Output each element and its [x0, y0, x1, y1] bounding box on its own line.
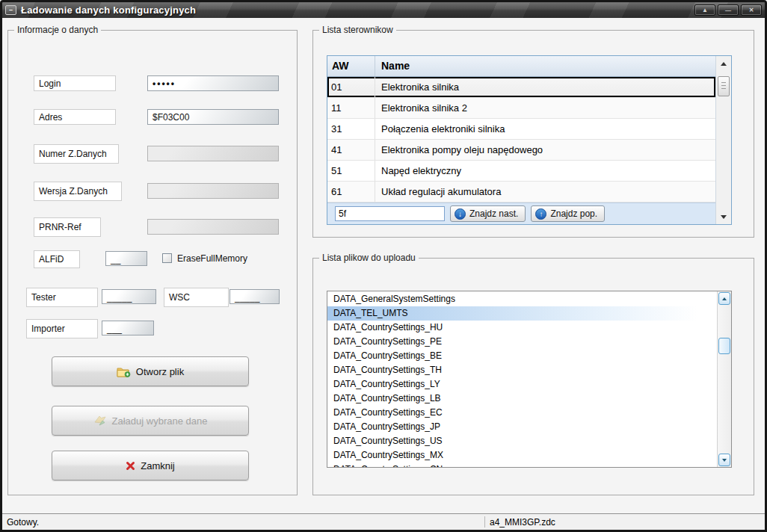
- client-area: Informacje o danych Login ••••• Adres $F…: [2, 18, 765, 530]
- arrow-up-circle-icon: ↑: [535, 208, 546, 220]
- open-folder-icon: [117, 366, 131, 377]
- status-separator: [484, 516, 485, 528]
- app-window: – Ładowanie danych konfiguracyjnych ▲ — …: [0, 0, 767, 532]
- table-cell-aw: 01: [327, 77, 375, 97]
- minimize-button[interactable]: —: [718, 4, 739, 16]
- table-row[interactable]: 41 Elektronika pompy oleju napędowego: [327, 140, 715, 161]
- find-next-button-label: Znajdz nast.: [469, 208, 518, 219]
- load-data-icon: [93, 415, 107, 427]
- alfid-label: ALFiD: [34, 250, 80, 268]
- tester-label: Tester: [26, 288, 98, 307]
- list-item[interactable]: DATA_TEL_UMTS: [327, 306, 717, 321]
- scrollbar-thumb[interactable]: [718, 338, 730, 354]
- alfid-field[interactable]: __: [105, 251, 147, 266]
- table-cell-aw: 61: [327, 182, 375, 202]
- table-row[interactable]: 01 Elektronika silnika: [327, 77, 715, 98]
- system-menu-icon[interactable]: –: [5, 5, 16, 15]
- wersja-zdanych-label: Wersja Z.Danych: [34, 182, 122, 201]
- maximize-button[interactable]: ▲: [694, 4, 715, 16]
- prnr-ref-field: [147, 219, 279, 235]
- upload-files-listbox: DATA_GeneralSystemSettings DATA_TEL_UMTS…: [327, 291, 732, 468]
- login-field[interactable]: •••••: [147, 75, 279, 91]
- window-title: Ładowanie danych konfiguracyjnych: [21, 4, 196, 16]
- load-selected-button: Załaduj wybrane dane: [52, 406, 249, 436]
- controllers-table-body: 01 Elektronika silnika 11 Elektronika si…: [327, 77, 715, 202]
- tester-field[interactable]: _____: [102, 289, 156, 304]
- open-file-button[interactable]: Otworz plik: [52, 356, 249, 386]
- list-item[interactable]: DATA_CountrySettings_TH: [327, 363, 717, 377]
- table-row[interactable]: 11 Elektronika silnika 2: [327, 98, 715, 119]
- find-next-button[interactable]: ↓ Znajdz nast.: [450, 205, 526, 222]
- controllers-table-header: AW Name: [327, 56, 715, 77]
- table-cell-name: Elektronika pompy oleju napędowego: [375, 140, 715, 160]
- list-item[interactable]: DATA_CountrySettings_PE: [327, 335, 717, 349]
- find-prev-button-label: Znajdz pop.: [550, 208, 597, 219]
- numer-zdanych-field: [147, 146, 279, 161]
- adres-label: Adres: [34, 109, 116, 125]
- close-window-button[interactable]: ✕: [741, 4, 762, 16]
- table-row[interactable]: 51 Napęd elektryczny: [327, 161, 715, 182]
- table-cell-aw: 11: [327, 98, 375, 118]
- list-item[interactable]: DATA_CountrySettings_HU: [327, 321, 717, 335]
- adres-field[interactable]: $F03C00: [147, 109, 279, 125]
- table-row[interactable]: 61 Układ regulacji akumulatora: [327, 182, 715, 202]
- close-x-icon: [126, 461, 135, 471]
- scroll-down-button[interactable]: [716, 211, 731, 223]
- list-item[interactable]: DATA_CountrySettings_CN: [327, 463, 717, 467]
- files-scrollbar[interactable]: [717, 291, 731, 467]
- load-selected-button-label: Załaduj wybrane dane: [112, 415, 208, 427]
- list-item[interactable]: DATA_CountrySettings_LY: [327, 377, 717, 392]
- prnr-ref-label: PRNR-Ref: [34, 217, 101, 237]
- controllers-scrollbar[interactable]: [715, 56, 731, 224]
- scroll-up-button[interactable]: [718, 292, 730, 305]
- list-item[interactable]: DATA_CountrySettings_JP: [327, 420, 717, 434]
- status-bar: Gotowy. a4_MMI3GP.zdc: [2, 513, 765, 530]
- table-cell-name: Napęd elektryczny: [375, 161, 715, 181]
- table-row[interactable]: 31 Połączenia elektroniki silnika: [327, 119, 715, 140]
- controllers-table: AW Name 01 Elektronika silnika 11 Elektr…: [327, 55, 732, 225]
- status-filename: a4_MMI3GP.zdc: [490, 517, 555, 528]
- login-label: Login: [34, 75, 116, 91]
- wsc-label: WSC: [164, 288, 229, 307]
- scroll-down-button[interactable]: [718, 454, 730, 466]
- close-dialog-button[interactable]: Zamknij: [52, 451, 249, 480]
- arrow-down-icon: [722, 459, 727, 462]
- files-panel: Lista plikow do uploadu DATA_GeneralSyst…: [312, 258, 754, 495]
- table-cell-name: Elektronika silnika 2: [375, 98, 715, 118]
- open-file-button-label: Otworz plik: [136, 366, 184, 377]
- arrow-up-icon: [722, 297, 727, 300]
- list-item[interactable]: DATA_GeneralSystemSettings: [327, 292, 717, 306]
- arrow-down-icon: [721, 215, 727, 219]
- erase-full-memory-label: EraseFullMemory: [177, 253, 247, 264]
- controller-search-input[interactable]: [335, 206, 445, 221]
- table-cell-aw: 51: [327, 161, 375, 181]
- wsc-field[interactable]: _____: [230, 289, 280, 304]
- find-prev-button[interactable]: ↑ Znajdz pop.: [531, 205, 605, 222]
- controllers-panel: Lista sterownikow AW Name 01 Elektronika…: [312, 30, 754, 238]
- table-cell-aw: 31: [327, 119, 375, 139]
- scrollbar-thumb[interactable]: [718, 76, 730, 96]
- table-cell-aw: 41: [327, 140, 375, 160]
- table-cell-name: Połączenia elektroniki silnika: [375, 119, 715, 139]
- column-header-aw[interactable]: AW: [327, 56, 375, 76]
- wersja-zdanych-field: [147, 183, 279, 199]
- arrow-up-icon: [721, 62, 727, 66]
- list-item[interactable]: DATA_CountrySettings_LB: [327, 392, 717, 406]
- table-cell-name: Elektronika silnika: [375, 77, 715, 97]
- list-item[interactable]: DATA_CountrySettings_BE: [327, 349, 717, 363]
- upload-files-list: DATA_GeneralSystemSettings DATA_TEL_UMTS…: [327, 291, 717, 467]
- info-panel: Informacje o danych Login ••••• Adres $F…: [7, 30, 298, 495]
- title-bar[interactable]: – Ładowanie danych konfiguracyjnych ▲ — …: [2, 2, 765, 18]
- importer-label: Importer: [26, 319, 98, 338]
- column-header-name[interactable]: Name: [375, 56, 715, 76]
- importer-field[interactable]: ___: [102, 321, 154, 335]
- list-item[interactable]: DATA_CountrySettings_MX: [327, 448, 717, 463]
- list-item[interactable]: DATA_CountrySettings_EC: [327, 406, 717, 420]
- controller-search-row: ↓ Znajdz nast. ↑ Znajdz pop.: [327, 202, 715, 224]
- controllers-panel-title: Lista sterownikow: [319, 25, 396, 35]
- scroll-up-button[interactable]: [716, 58, 731, 69]
- erase-full-memory-checkbox[interactable]: [162, 253, 172, 263]
- arrow-down-circle-icon: ↓: [455, 208, 466, 220]
- info-panel-title: Informacje o danych: [14, 25, 101, 35]
- list-item[interactable]: DATA_CountrySettings_US: [327, 434, 717, 448]
